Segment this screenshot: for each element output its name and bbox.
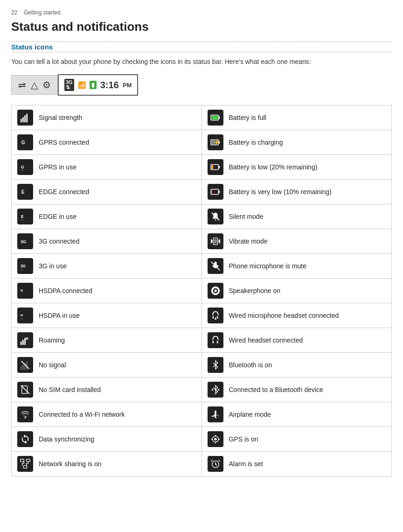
battery-very-low-label: Battery is very low (10% remaining) [229,188,332,196]
no-sim-icon [17,382,33,398]
svg-rect-3 [26,114,28,122]
battery-charging-icon: ⚡ [208,134,223,150]
icon-row-airplane-mode: Airplane mode [202,402,392,427]
icon-row-3g-connected: 3G 3G connected [12,229,202,254]
svg-rect-2 [24,115,26,122]
svg-text:↑↓: ↑↓ [21,168,23,172]
alarm-set-icon [208,456,223,472]
svg-text:R: R [26,337,28,341]
svg-text:3G: 3G [21,239,26,244]
svg-rect-48 [26,361,28,370]
icon-row-battery-low: Battery is low (20% remaining) [202,155,392,180]
usb2-icon: ⚙ [42,79,51,91]
signal-strength-icon [17,110,33,126]
section-title: Status icons [11,43,392,51]
gprs-connected-icon: G [17,134,33,150]
svg-rect-60 [21,459,24,462]
battery-low-label: Battery is low (20% remaining) [229,163,318,171]
svg-rect-45 [21,366,22,370]
signal-bars-icon: 📶 [78,81,86,89]
icon-row-edge-in-use: E↑↓ EDGE in use [12,204,202,229]
icon-row-no-signal: No signal [12,353,202,378]
icon-row-3g-in-use: 3G↑↓ 3G in use [12,254,202,279]
vibrate-mode-label: Vibrate mode [229,238,268,245]
hsdpa-connected-label: HSDPA connected [39,287,92,294]
no-signal-label: No signal [39,361,66,369]
icon-row-hsdpa-in-use: H↑↓ HSDPA in use [12,303,202,328]
battery-status-icon: ▮ [90,81,97,89]
hsdpa-in-use-icon: H↑↓ [17,308,33,323]
page-number: 22 Getting started [11,9,392,16]
airplane-mode-label: Airplane mode [229,411,271,418]
signal-strength-label: Signal strength [39,114,82,121]
vibrate-mode-icon [208,233,223,249]
3g-in-use-label: 3G in use [39,262,67,270]
icon-row-bluetooth-on: Bluetooth is on [202,353,392,378]
status-bar-right: 3G⇅ 📶 ▮ 3:16 PM [58,74,138,96]
battery-charging-label: Battery is charging [229,139,283,146]
icon-row-edge-connected: E EDGE connected [12,180,202,204]
svg-point-58 [214,438,217,441]
icon-row-wifi-connected: Connected to a Wi-Fi network [12,402,202,427]
3g-connected-icon: 3G [17,233,33,249]
icon-row-wired-mic-headset: Wired microphone headset connected [202,303,392,328]
svg-text:G: G [21,140,25,145]
icon-row-battery-charging: ⚡ Battery is charging [202,130,392,155]
wired-mic-headset-label: Wired microphone headset connected [229,312,339,319]
icon-row-vibrate-mode: Vibrate mode [202,229,392,254]
wired-mic-headset-icon [208,308,223,323]
svg-rect-26 [214,239,217,243]
icon-row-speakerphone-on: Speakerphone on [202,279,392,303]
3g-in-use-icon: 3G↑↓ [17,258,33,274]
icon-row-signal-strength: Signal strength [12,105,202,130]
battery-very-low-icon [208,184,223,200]
status-bar-left: ⇌ △ ⚙ [11,75,58,95]
icon-row-gprs-connected: G GPRS connected [12,130,202,155]
svg-rect-62 [23,466,27,469]
data-sync-label: Data synchronizing [39,435,94,443]
data-sync-icon [17,431,33,447]
wifi-connected-label: Connected to a Wi-Fi network [39,411,125,418]
svg-text:↑↓: ↑↓ [21,317,23,320]
bluetooth-connected-label: Connected to a Bluetooth device [229,386,323,393]
icon-row-gprs-in-use: G↑↓ GPRS in use [12,155,202,180]
airplane-mode-icon [208,406,223,422]
svg-rect-46 [22,364,24,370]
icon-row-battery-very-low: Battery is very low (10% remaining) [202,180,392,204]
battery-low-icon [208,159,223,175]
gps-on-icon [208,431,223,447]
3g-status-icon: 3G⇅ [64,79,74,91]
svg-text:E: E [21,189,25,195]
svg-rect-16 [211,165,213,169]
phone-mute-icon [208,258,223,274]
icon-row-data-sync: Data synchronizing [12,427,202,452]
svg-rect-1 [22,117,24,122]
wired-headset-icon [208,332,223,348]
icon-row-silent-mode: Silent mode [202,204,392,229]
icon-row-wired-headset: Wired headset connected [202,328,392,353]
svg-rect-20 [211,190,212,194]
alarm-set-label: Alarm is set [229,460,263,468]
hsdpa-connected-icon: H [17,283,33,299]
wifi-connected-icon [17,406,33,422]
icon-row-phone-mute: Phone microphone is mute [202,254,392,279]
icon-row-hsdpa-connected: H HSDPA connected [12,279,202,303]
gprs-in-use-label: GPRS in use [39,163,76,171]
icon-row-no-sim: No SIM card installed [12,378,202,402]
edge-connected-label: EDGE connected [39,188,89,196]
usb-icon: ⇌ [18,79,26,91]
svg-rect-0 [21,119,22,122]
svg-line-53 [21,385,29,394]
no-signal-icon [17,357,33,373]
icon-row-alarm-set: Alarm is set [202,452,392,476]
status-bar-demo: ⇌ △ ⚙ 3G⇅ 📶 ▮ 3:16 PM [11,74,392,96]
svg-point-39 [215,318,216,320]
page-title: Status and notifications [11,20,392,34]
svg-rect-61 [27,459,30,462]
roaming-icon: R [17,332,33,348]
status-ampm: PM [123,82,132,89]
bluetooth-connected-icon [208,382,223,398]
speakerphone-on-label: Speakerphone on [229,287,281,294]
status-time: 3:16 [100,80,119,91]
svg-rect-19 [218,190,220,193]
